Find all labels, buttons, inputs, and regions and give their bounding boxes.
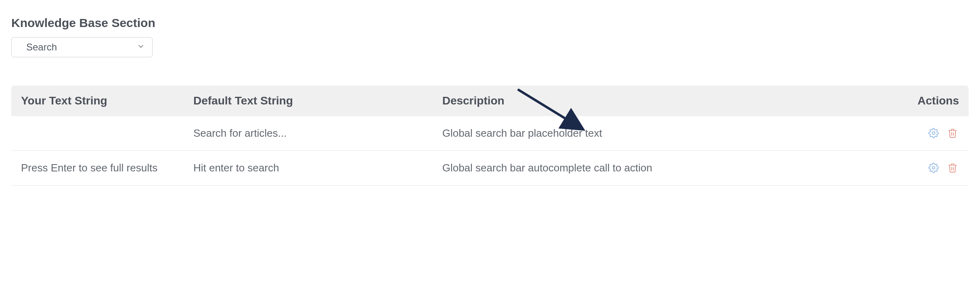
edit-button[interactable]	[927, 127, 940, 140]
delete-button[interactable]	[946, 162, 959, 175]
svg-point-0	[932, 131, 935, 134]
col-header-default: Default Text String	[184, 86, 433, 116]
chevron-down-icon	[137, 42, 145, 52]
cell-description: Global search bar placeholder text	[433, 116, 873, 151]
col-header-description: Description	[433, 86, 873, 116]
svg-point-1	[932, 167, 935, 169]
col-header-your: Your Text String	[11, 86, 184, 116]
kb-section-select[interactable]: Search	[11, 37, 153, 57]
kb-section-select-value: Search	[26, 42, 57, 53]
cell-description: Global search bar autocomplete call to a…	[433, 151, 873, 186]
cell-your-text: Press Enter to see full results	[11, 151, 184, 186]
cell-your-text	[11, 116, 184, 151]
text-strings-table: Your Text String Default Text String Des…	[11, 86, 969, 186]
trash-icon	[947, 163, 958, 174]
table-row: Press Enter to see full results Hit ente…	[11, 151, 969, 186]
cell-actions	[873, 116, 969, 151]
trash-icon	[947, 128, 958, 140]
table-row: Search for articles... Global search bar…	[11, 116, 969, 151]
cell-default-text: Search for articles...	[184, 116, 433, 151]
cell-default-text: Hit enter to search	[184, 151, 433, 186]
cell-actions	[873, 151, 969, 186]
col-header-actions: Actions	[873, 86, 969, 116]
delete-button[interactable]	[946, 127, 959, 140]
edit-button[interactable]	[927, 162, 940, 175]
gear-icon	[928, 163, 939, 174]
table-header-row: Your Text String Default Text String Des…	[11, 86, 969, 116]
section-title: Knowledge Base Section	[11, 16, 969, 30]
gear-icon	[928, 128, 939, 140]
